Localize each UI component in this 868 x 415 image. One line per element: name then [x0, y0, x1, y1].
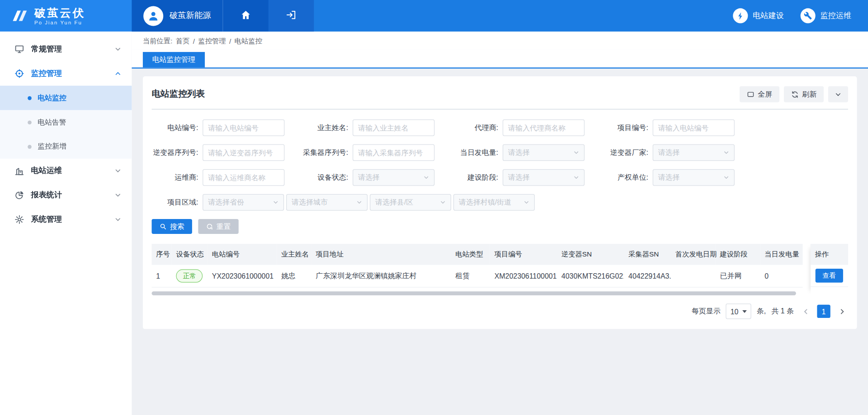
chevron-down-icon — [356, 199, 363, 206]
per-page-label: 每页显示 — [692, 306, 721, 316]
project-no-input[interactable] — [653, 119, 735, 136]
column-header-device-status: 设备状态 — [172, 244, 208, 265]
content-area: 当前位置: 首页 / 监控管理 / 电站监控 电站监控管理 电站监控列表 — [132, 32, 868, 415]
cell-first-power-date — [671, 265, 716, 288]
prev-page-button[interactable] — [799, 305, 811, 317]
filter-row-2: 逆变器序列号: 采集器序列号: 当日发电量: 请选择 — [152, 145, 848, 161]
sidebar-item-general-management[interactable]: 常规管理 — [0, 37, 132, 61]
refresh-button[interactable]: 刷新 — [784, 86, 824, 103]
station-no-input[interactable] — [203, 119, 284, 136]
field-label: 业主姓名: — [302, 123, 348, 133]
cell-stage: 已并网 — [716, 265, 760, 288]
cell-seq: 1 — [152, 265, 172, 288]
monitor-ops-label: 监控运维 — [821, 11, 852, 21]
fullscreen-button[interactable]: 全屏 — [740, 86, 779, 103]
build-stage-select[interactable]: 请选择 — [503, 169, 585, 186]
inverter-sn-input[interactable] — [203, 145, 284, 161]
sidebar-subitem-label: 电站告警 — [38, 117, 66, 127]
sidebar-item-station-ops[interactable]: 电站运维 — [0, 159, 132, 183]
cell-address: 广东深圳龙华区观澜镇姚家庄村 — [311, 265, 451, 288]
org-switcher[interactable]: 破茧新能源 — [132, 0, 222, 32]
next-page-button[interactable] — [836, 305, 848, 317]
app-logo: 破茧云伏 Po Jian Yun Fu — [0, 0, 132, 32]
table-header-row: 序号 设备状态 电站编号 业主姓名 项目地址 电站类型 项目编号 逆变器SN 采 — [152, 244, 803, 265]
select-placeholder: 请选择城市 — [292, 197, 328, 207]
monitor-ops-action[interactable]: 监控运维 — [801, 0, 852, 32]
sidebar-item-monitoring-management[interactable]: 监控管理 — [0, 61, 132, 86]
cell-station-no: YX2023061000001 — [208, 265, 277, 288]
chevron-right-icon — [838, 307, 846, 315]
collapse-button[interactable] — [828, 86, 848, 103]
sidebar-item-system-management[interactable]: 系统管理 — [0, 207, 132, 232]
chevron-down-icon — [523, 199, 530, 206]
sidebar-item-report-statistics[interactable]: 报表统计 — [0, 183, 132, 207]
logo-text: 破茧云伏 Po Jian Yun Fu — [34, 6, 85, 25]
logout-button[interactable] — [269, 0, 314, 32]
exit-icon — [286, 9, 297, 22]
fullscreen-label: 全屏 — [758, 89, 772, 99]
stations-table: 序号 设备状态 电站编号 业主姓名 项目地址 电站类型 项目编号 逆变器SN 采 — [152, 244, 803, 295]
field-label: 代理商: — [452, 123, 498, 133]
cell-station-type: 租赁 — [451, 265, 490, 288]
action-column: 操作 查看 — [811, 244, 848, 295]
breadcrumb-section[interactable]: 监控管理 — [198, 37, 226, 46]
chevron-down-icon — [114, 45, 122, 53]
property-unit-select[interactable]: 请选择 — [653, 169, 735, 186]
view-button[interactable]: 查看 — [816, 269, 843, 283]
town-select[interactable]: 请选择村镇/街道 — [453, 194, 535, 211]
filter-inverter-vendor: 逆变器厂家: 请选择 — [602, 145, 752, 161]
collector-sn-input[interactable] — [353, 145, 434, 161]
home-button[interactable] — [222, 0, 269, 32]
reset-icon — [206, 223, 213, 230]
sidebar-submenu-monitoring: 电站监控 电站告警 监控新增 — [0, 86, 132, 159]
sidebar-subitem-station-monitor[interactable]: 电站监控 — [0, 86, 132, 110]
tab-station-monitor-management[interactable]: 电站监控管理 — [143, 52, 205, 67]
cell-inverter-sn: 4030KMTS216G0213... — [557, 265, 624, 288]
column-header-collector-sn: 采集器SN — [624, 244, 671, 265]
logo-title: 破茧云伏 — [34, 6, 85, 19]
sidebar-subitem-monitor-add[interactable]: 监控新增 — [0, 135, 132, 159]
search-button[interactable]: 搜索 — [152, 219, 192, 234]
filter-build-stage: 建设阶段: 请选择 — [452, 169, 602, 186]
bullet-dot-icon — [28, 96, 32, 100]
reset-label: 重置 — [217, 221, 231, 231]
breadcrumb-home[interactable]: 首页 — [176, 37, 190, 46]
card-toolbar: 全屏 刷新 — [740, 86, 848, 103]
chevron-left-icon — [801, 307, 809, 315]
filter-project-no: 项目编号: — [602, 119, 752, 136]
cell-device-status: 正常 — [172, 265, 208, 288]
inverter-vendor-select[interactable]: 请选择 — [653, 145, 735, 161]
ops-vendor-input[interactable] — [203, 169, 284, 186]
filter-property-unit: 产权单位: 请选择 — [602, 169, 752, 186]
fullscreen-icon — [747, 90, 755, 98]
chevron-down-icon — [114, 216, 122, 224]
page-1-button[interactable]: 1 — [817, 305, 830, 318]
agent-input[interactable] — [503, 119, 585, 136]
daily-power-select[interactable]: 请选择 — [503, 145, 585, 161]
county-select[interactable]: 请选择县/区 — [370, 194, 451, 211]
city-select[interactable]: 请选择城市 — [286, 194, 368, 211]
filter-row-1: 电站编号: 业主姓名: 代理商: — [152, 119, 848, 136]
station-build-action[interactable]: 电站建设 — [733, 0, 784, 32]
per-page-select[interactable]: 10 — [726, 303, 751, 319]
pagination: 每页显示 10 条, 共 1 条 1 — [152, 303, 848, 319]
select-placeholder: 请选择 — [358, 173, 380, 182]
column-header-project-no: 项目编号 — [490, 244, 557, 265]
app: 破茧云伏 Po Jian Yun Fu 破茧新能源 电站建设 — [0, 0, 868, 415]
column-header-owner: 业主姓名 — [277, 244, 311, 265]
owner-name-input[interactable] — [353, 119, 434, 136]
sidebar-subitem-station-alarm[interactable]: 电站告警 — [0, 110, 132, 135]
breadcrumb: 当前位置: 首页 / 监控管理 / 电站监控 — [132, 32, 868, 50]
sidebar-item-label: 监控管理 — [31, 69, 108, 79]
province-select[interactable]: 请选择省份 — [203, 194, 284, 211]
field-label: 设备状态: — [302, 173, 348, 182]
select-placeholder: 请选择 — [508, 173, 530, 182]
reset-button[interactable]: 重置 — [198, 219, 238, 234]
plant-icon — [14, 166, 24, 176]
device-status-select[interactable]: 请选择 — [353, 169, 434, 186]
logo-slashes-icon — [9, 8, 29, 24]
field-label: 当日发电量: — [452, 148, 498, 158]
chevron-up-icon — [114, 70, 122, 77]
select-placeholder: 请选择村镇/街道 — [459, 197, 511, 207]
horizontal-scrollbar[interactable] — [152, 291, 797, 295]
